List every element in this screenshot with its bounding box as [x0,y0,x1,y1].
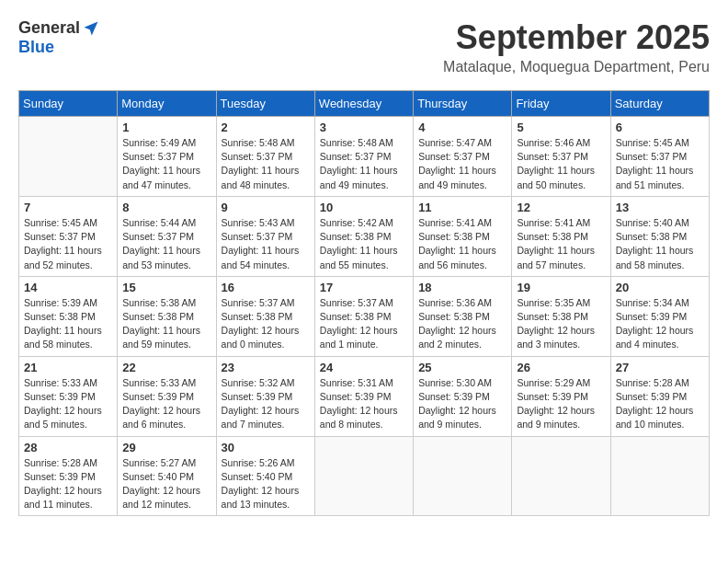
day-info: Sunrise: 5:49 AM Sunset: 5:37 PM Dayligh… [122,136,210,192]
location-title: Matalaque, Moquegua Department, Peru [443,59,710,75]
calendar-day-cell: 8Sunrise: 5:44 AM Sunset: 5:37 PM Daylig… [118,196,216,276]
day-info: Sunrise: 5:41 AM Sunset: 5:38 PM Dayligh… [517,216,605,272]
calendar-day-header: Thursday [414,91,512,117]
day-number: 30 [222,441,310,454]
calendar-day-cell: 22Sunrise: 5:33 AM Sunset: 5:39 PM Dayli… [118,356,216,436]
day-info: Sunrise: 5:45 AM Sunset: 5:37 PM Dayligh… [24,216,112,272]
calendar-day-header: Sunday [19,91,118,117]
calendar-week-row: 21Sunrise: 5:33 AM Sunset: 5:39 PM Dayli… [19,356,710,436]
day-number: 7 [24,201,112,214]
calendar-week-row: 14Sunrise: 5:39 AM Sunset: 5:38 PM Dayli… [19,276,710,356]
day-number: 27 [616,361,704,374]
calendar-day-header: Friday [512,91,610,117]
day-number: 12 [517,201,605,214]
day-number: 13 [616,201,704,214]
calendar-day-cell: 27Sunrise: 5:28 AM Sunset: 5:39 PM Dayli… [610,356,709,436]
calendar-day-cell: 2Sunrise: 5:48 AM Sunset: 5:37 PM Daylig… [216,117,314,197]
calendar-day-cell: 5Sunrise: 5:46 AM Sunset: 5:37 PM Daylig… [512,117,610,197]
calendar-day-cell: 3Sunrise: 5:48 AM Sunset: 5:37 PM Daylig… [314,117,413,197]
day-info: Sunrise: 5:39 AM Sunset: 5:38 PM Dayligh… [24,296,112,352]
calendar-day-cell: 18Sunrise: 5:36 AM Sunset: 5:38 PM Dayli… [414,276,512,356]
day-number: 10 [320,201,408,214]
day-number: 24 [320,361,408,374]
day-info: Sunrise: 5:37 AM Sunset: 5:38 PM Dayligh… [320,296,408,352]
day-info: Sunrise: 5:43 AM Sunset: 5:37 PM Dayligh… [222,216,310,272]
calendar-day-cell: 15Sunrise: 5:38 AM Sunset: 5:38 PM Dayli… [118,276,216,356]
day-info: Sunrise: 5:45 AM Sunset: 5:37 PM Dayligh… [616,136,704,192]
day-number: 22 [122,361,210,374]
calendar-day-cell: 1Sunrise: 5:49 AM Sunset: 5:37 PM Daylig… [118,117,216,197]
calendar-table: SundayMondayTuesdayWednesdayThursdayFrid… [18,90,710,516]
calendar-week-row: 1Sunrise: 5:49 AM Sunset: 5:37 PM Daylig… [19,117,710,197]
day-number: 20 [616,281,704,294]
calendar-day-cell: 29Sunrise: 5:27 AM Sunset: 5:40 PM Dayli… [118,436,216,516]
calendar-day-cell: 6Sunrise: 5:45 AM Sunset: 5:37 PM Daylig… [610,117,709,197]
day-info: Sunrise: 5:46 AM Sunset: 5:37 PM Dayligh… [517,136,605,192]
day-number: 18 [418,281,506,294]
day-number: 17 [320,281,408,294]
calendar-day-cell: 26Sunrise: 5:29 AM Sunset: 5:39 PM Dayli… [512,356,610,436]
day-info: Sunrise: 5:47 AM Sunset: 5:37 PM Dayligh… [418,136,506,192]
day-number: 3 [320,121,408,134]
logo-general-text: General [18,18,80,38]
calendar-day-cell: 16Sunrise: 5:37 AM Sunset: 5:38 PM Dayli… [216,276,314,356]
day-info: Sunrise: 5:26 AM Sunset: 5:40 PM Dayligh… [222,456,310,512]
day-info: Sunrise: 5:48 AM Sunset: 5:37 PM Dayligh… [320,136,408,192]
day-number: 11 [418,201,506,214]
day-info: Sunrise: 5:28 AM Sunset: 5:39 PM Dayligh… [616,376,704,432]
calendar-day-cell: 14Sunrise: 5:39 AM Sunset: 5:38 PM Dayli… [19,276,118,356]
calendar-day-cell: 17Sunrise: 5:37 AM Sunset: 5:38 PM Dayli… [314,276,413,356]
day-number: 2 [222,121,310,134]
day-info: Sunrise: 5:30 AM Sunset: 5:39 PM Dayligh… [418,376,506,432]
calendar-day-cell: 21Sunrise: 5:33 AM Sunset: 5:39 PM Dayli… [19,356,118,436]
calendar-day-header: Wednesday [314,91,413,117]
logo-blue-text: Blue [18,38,54,56]
day-info: Sunrise: 5:44 AM Sunset: 5:37 PM Dayligh… [122,216,210,272]
month-title: September 2025 [443,18,710,57]
day-info: Sunrise: 5:48 AM Sunset: 5:37 PM Dayligh… [222,136,310,192]
day-number: 23 [222,361,310,374]
day-info: Sunrise: 5:29 AM Sunset: 5:39 PM Dayligh… [517,376,605,432]
day-info: Sunrise: 5:33 AM Sunset: 5:39 PM Dayligh… [24,376,112,432]
day-info: Sunrise: 5:35 AM Sunset: 5:38 PM Dayligh… [517,296,605,352]
calendar-day-cell: 12Sunrise: 5:41 AM Sunset: 5:38 PM Dayli… [512,196,610,276]
day-info: Sunrise: 5:27 AM Sunset: 5:40 PM Dayligh… [122,456,210,512]
day-number: 5 [517,121,605,134]
calendar-day-header: Saturday [610,91,709,117]
calendar-day-cell: 7Sunrise: 5:45 AM Sunset: 5:37 PM Daylig… [19,196,118,276]
calendar-day-header: Tuesday [216,91,314,117]
day-number: 16 [222,281,310,294]
day-info: Sunrise: 5:31 AM Sunset: 5:39 PM Dayligh… [320,376,408,432]
day-number: 1 [122,121,210,134]
day-number: 19 [517,281,605,294]
logo: General Blue [18,18,100,57]
calendar-header-row: SundayMondayTuesdayWednesdayThursdayFrid… [19,91,710,117]
day-number: 4 [418,121,506,134]
day-info: Sunrise: 5:42 AM Sunset: 5:38 PM Dayligh… [320,216,408,272]
calendar-day-cell: 23Sunrise: 5:32 AM Sunset: 5:39 PM Dayli… [216,356,314,436]
day-info: Sunrise: 5:38 AM Sunset: 5:38 PM Dayligh… [122,296,210,352]
calendar-day-cell [19,117,118,197]
day-number: 28 [24,441,112,454]
day-number: 26 [517,361,605,374]
day-info: Sunrise: 5:40 AM Sunset: 5:38 PM Dayligh… [616,216,704,272]
calendar-day-cell [512,436,610,516]
day-info: Sunrise: 5:34 AM Sunset: 5:39 PM Dayligh… [616,296,704,352]
logo-bird-icon [82,19,100,38]
calendar-day-cell: 20Sunrise: 5:34 AM Sunset: 5:39 PM Dayli… [610,276,709,356]
calendar-day-cell: 4Sunrise: 5:47 AM Sunset: 5:37 PM Daylig… [414,117,512,197]
day-number: 8 [122,201,210,214]
day-number: 14 [24,281,112,294]
title-section: September 2025 Matalaque, Moquegua Depar… [443,18,710,75]
day-number: 6 [616,121,704,134]
calendar-day-cell: 28Sunrise: 5:28 AM Sunset: 5:39 PM Dayli… [19,436,118,516]
calendar-day-cell: 11Sunrise: 5:41 AM Sunset: 5:38 PM Dayli… [414,196,512,276]
calendar-day-cell: 24Sunrise: 5:31 AM Sunset: 5:39 PM Dayli… [314,356,413,436]
calendar-week-row: 7Sunrise: 5:45 AM Sunset: 5:37 PM Daylig… [19,196,710,276]
day-number: 29 [122,441,210,454]
calendar-day-cell: 25Sunrise: 5:30 AM Sunset: 5:39 PM Dayli… [414,356,512,436]
day-info: Sunrise: 5:32 AM Sunset: 5:39 PM Dayligh… [222,376,310,432]
day-info: Sunrise: 5:41 AM Sunset: 5:38 PM Dayligh… [418,216,506,272]
calendar-day-cell: 10Sunrise: 5:42 AM Sunset: 5:38 PM Dayli… [314,196,413,276]
day-number: 21 [24,361,112,374]
